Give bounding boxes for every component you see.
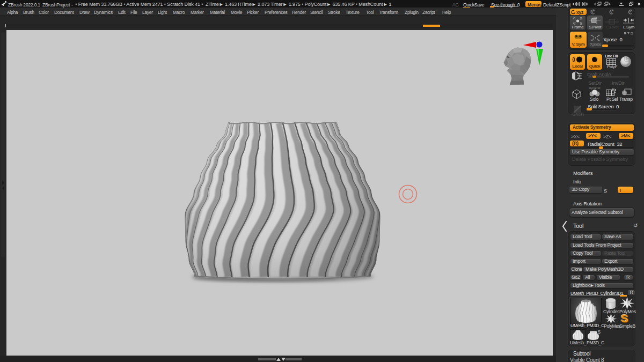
svg-text:z: z xyxy=(629,10,631,14)
